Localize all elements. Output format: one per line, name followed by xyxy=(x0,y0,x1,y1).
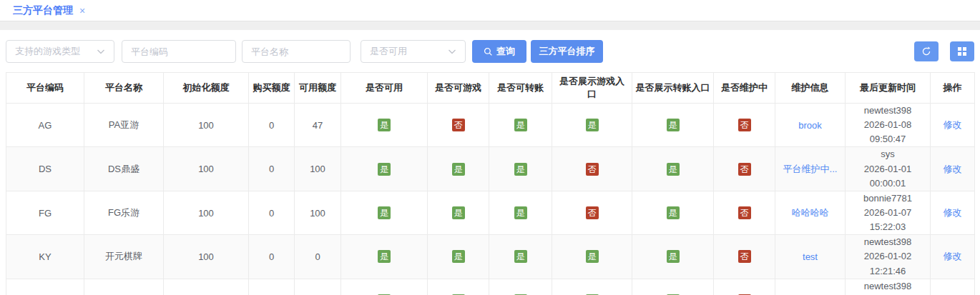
name-cell: 开元棋牌 xyxy=(84,235,164,279)
platform-code-input[interactable] xyxy=(122,40,236,63)
status-cell: 是 xyxy=(428,191,489,234)
updated-by-operator: newtest398 xyxy=(848,279,927,294)
status-cell: 否 xyxy=(714,104,775,147)
column-header: 是否展示游戏入口 xyxy=(552,73,632,104)
maintain-info-cell: brook xyxy=(775,104,846,147)
yes-badge: 是 xyxy=(667,206,680,219)
edit-link[interactable]: 修改 xyxy=(944,164,962,174)
buy_quota-cell: 0 xyxy=(249,104,295,147)
refresh-icon xyxy=(921,46,931,56)
platform-name-input[interactable] xyxy=(242,40,351,63)
table-row: FGFG乐游1000100是是是否是否哈哈哈哈bonnie77812026-01… xyxy=(6,191,975,234)
game-type-select-placeholder: 支持的游戏类型 xyxy=(15,45,80,58)
column-header: 是否可转账 xyxy=(489,73,552,104)
grid-icon xyxy=(958,47,966,56)
column-settings-button[interactable] xyxy=(950,41,974,61)
name-cell: FG乐游 xyxy=(84,191,164,234)
code-cell: DS xyxy=(6,147,84,191)
column-header: 是否维护中 xyxy=(714,73,775,104)
edit-link[interactable]: 修改 xyxy=(944,251,962,261)
maintain-info-link[interactable]: test xyxy=(803,251,818,262)
init_quota-cell: 500 xyxy=(164,279,249,295)
chevron-down-icon xyxy=(97,49,105,54)
column-header: 平台编码 xyxy=(6,73,84,104)
close-icon[interactable]: × xyxy=(79,6,85,16)
yes-badge: 是 xyxy=(667,250,680,263)
code-cell: BBIN xyxy=(6,279,84,295)
code-cell: AG xyxy=(6,104,84,147)
status-cell: 是 xyxy=(632,147,714,191)
init_quota-cell: 100 xyxy=(164,104,249,147)
query-button-label: 查询 xyxy=(496,45,515,58)
status-cell: 是 xyxy=(552,104,632,147)
status-cell: 是 xyxy=(489,279,552,295)
maintain-info-cell: 1 xyxy=(775,279,846,295)
action-cell: 修改 xyxy=(931,104,975,147)
status-cell: 否 xyxy=(552,147,632,191)
game-type-select[interactable]: 支持的游戏类型 xyxy=(6,40,114,63)
status-cell: 是 xyxy=(489,235,552,279)
edit-link[interactable]: 修改 xyxy=(944,207,962,218)
avail_quota-cell: 47 xyxy=(295,104,341,147)
no-badge: 否 xyxy=(738,250,751,263)
tab-third-party-platform-management[interactable]: 三方平台管理 × xyxy=(13,4,85,17)
no-badge: 否 xyxy=(586,206,599,219)
avail_quota-cell: 100 xyxy=(295,147,341,191)
tab-label: 三方平台管理 xyxy=(13,4,73,17)
avail_quota-cell: 100 xyxy=(295,191,341,234)
platform-table: 平台编码平台名称初始化额度购买额度可用额度是否可用是否可游戏是否可转账是否展示游… xyxy=(6,72,975,295)
action-cell: 修改 xyxy=(931,147,975,191)
yes-badge: 是 xyxy=(586,119,599,131)
yes-badge: 是 xyxy=(378,163,391,176)
status-cell: 是 xyxy=(489,147,552,191)
action-cell: 修改 xyxy=(931,235,975,279)
code-cell: KY xyxy=(6,235,84,279)
no-badge: 否 xyxy=(738,163,751,176)
maintain-info-link[interactable]: 哈哈哈哈 xyxy=(792,207,829,218)
query-button[interactable]: 查询 xyxy=(472,40,526,63)
updated-timestamp: 2026-01-02 12:21:46 xyxy=(848,249,927,278)
status-cell: 是 xyxy=(489,191,552,234)
yes-badge: 是 xyxy=(667,119,680,131)
column-header: 是否可用 xyxy=(341,73,428,104)
edit-link[interactable]: 修改 xyxy=(944,119,962,130)
table-toolbar xyxy=(914,41,974,61)
status-cell: 否 xyxy=(552,191,632,234)
status-cell: 是 xyxy=(428,235,489,279)
status-cell: 是 xyxy=(632,191,714,234)
status-cell: 是 xyxy=(632,279,714,295)
name-cell: BBIN宝盈 xyxy=(84,279,164,295)
table-row: BBINBBIN宝盈5000490是是是是是否1newtest3982026-0… xyxy=(6,279,975,295)
yes-badge: 是 xyxy=(378,250,391,263)
no-badge: 否 xyxy=(586,163,599,176)
yes-badge: 是 xyxy=(514,206,527,219)
status-cell: 是 xyxy=(632,104,714,147)
init_quota-cell: 100 xyxy=(164,235,249,279)
maintain-info-link[interactable]: brook xyxy=(798,120,822,131)
status-cell: 是 xyxy=(552,279,632,295)
yes-badge: 是 xyxy=(378,119,391,131)
yes-badge: 是 xyxy=(378,206,391,219)
buy_quota-cell: 0 xyxy=(249,191,295,234)
status-cell: 是 xyxy=(489,104,552,147)
status-cell: 是 xyxy=(341,235,428,279)
table-row: KY开元棋牌10000是是是是是否testnewtest3982026-01-0… xyxy=(6,235,975,279)
available-select-placeholder: 是否可用 xyxy=(370,45,407,58)
status-cell: 是 xyxy=(428,279,489,295)
status-cell: 否 xyxy=(714,279,775,295)
last-updated-cell: newtest3982026-01-08 09:50:47 xyxy=(846,104,931,147)
table-header-row: 平台编码平台名称初始化额度购买额度可用额度是否可用是否可游戏是否可转账是否展示游… xyxy=(6,73,975,104)
refresh-button[interactable] xyxy=(914,41,939,61)
buy_quota-cell: 0 xyxy=(249,235,295,279)
platform-sort-button-label: 三方平台排序 xyxy=(539,45,595,58)
platform-sort-button[interactable]: 三方平台排序 xyxy=(531,40,603,63)
column-header: 初始化额度 xyxy=(164,73,249,104)
available-select[interactable]: 是否可用 xyxy=(361,40,466,63)
code-cell: FG xyxy=(6,191,84,234)
updated-timestamp: 2026-01-08 09:50:47 xyxy=(848,118,927,146)
column-header: 购买额度 xyxy=(249,73,295,104)
maintain-info-link[interactable]: 平台维护中... xyxy=(783,164,838,174)
last-updated-cell: sys2026-01-01 00:00:01 xyxy=(846,147,931,191)
last-updated-cell: bonnie77812026-01-07 15:22:03 xyxy=(846,191,931,234)
yes-badge: 是 xyxy=(452,206,465,219)
